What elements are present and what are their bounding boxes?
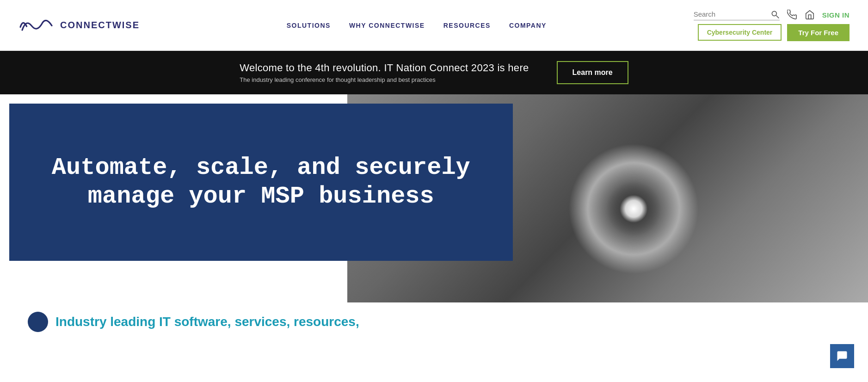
hero-headline: Automate, scale, and securely manage you… bbox=[37, 154, 485, 211]
try-free-button[interactable]: Try For Free bbox=[787, 24, 850, 41]
cybersecurity-button[interactable]: Cybersecurity Center bbox=[698, 24, 782, 41]
teaser-text: Industry leading IT software, services, … bbox=[55, 314, 359, 329]
right-controls: SIGN IN Cybersecurity Center Try For Fre… bbox=[694, 10, 850, 41]
bottom-teaser: Industry leading IT software, services, … bbox=[0, 302, 868, 332]
bottom-right-row: Cybersecurity Center Try For Free bbox=[698, 24, 850, 41]
nav-company[interactable]: COMPANY bbox=[509, 22, 547, 29]
logo-text: CONNECTWISE bbox=[60, 20, 140, 31]
nav-solutions[interactable]: SOLUTIONS bbox=[287, 22, 331, 29]
learn-more-button[interactable]: Learn more bbox=[557, 61, 628, 84]
sign-in-link[interactable]: SIGN IN bbox=[822, 11, 850, 19]
top-navigation: CONNECTWISE SOLUTIONS WHY CONNECTWISE RE… bbox=[0, 0, 868, 51]
banner-subtitle: The industry leading conference for thou… bbox=[240, 76, 529, 83]
hero-section: Automate, scale, and securely manage you… bbox=[0, 94, 868, 302]
phone-icon[interactable] bbox=[787, 10, 797, 20]
search-box[interactable] bbox=[694, 10, 780, 20]
banner-text-area: Welcome to the 4th revolution. IT Nation… bbox=[240, 62, 529, 83]
home-icon[interactable] bbox=[805, 10, 815, 20]
nav-resources[interactable]: RESOURCES bbox=[443, 22, 491, 29]
logo-area[interactable]: CONNECTWISE bbox=[18, 14, 140, 37]
announcement-banner: Welcome to the 4th revolution. IT Nation… bbox=[0, 51, 868, 94]
logo-icon bbox=[18, 14, 55, 37]
search-icon bbox=[770, 10, 780, 19]
top-right-row: SIGN IN bbox=[694, 10, 850, 20]
hero-overlay: Automate, scale, and securely manage you… bbox=[9, 104, 513, 261]
search-input[interactable] bbox=[694, 10, 768, 18]
main-nav: SOLUTIONS WHY CONNECTWISE RESOURCES COMP… bbox=[140, 22, 694, 29]
svg-line-1 bbox=[776, 15, 779, 18]
nav-why-connectwise[interactable]: WHY CONNECTWISE bbox=[349, 22, 425, 29]
svg-point-0 bbox=[772, 11, 776, 16]
teaser-icon bbox=[28, 312, 48, 332]
banner-title: Welcome to the 4th revolution. IT Nation… bbox=[240, 62, 529, 74]
